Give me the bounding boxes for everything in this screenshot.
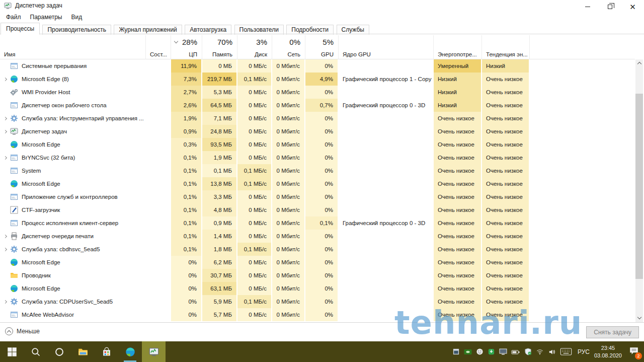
column-header-status[interactable]: Сост... [146, 35, 171, 59]
hidden-window-icon[interactable] [452, 348, 460, 355]
table-row[interactable]: Диспетчер очереди печати0,1%1,4 МБ0 МБ/с… [0, 230, 635, 243]
process-name-cell[interactable]: Служба узла: Инструментарий управления .… [0, 112, 146, 125]
taskbar-cortana-button[interactable] [47, 341, 71, 362]
table-row[interactable]: BrYNCSvc (32 бита)0,1%1,9 МБ0 МБ/с0 Мбит… [0, 151, 635, 164]
expand-chevron-icon[interactable] [0, 117, 10, 120]
tab-users[interactable]: Пользователи [234, 25, 284, 35]
process-name-cell[interactable]: Microsoft Edge [0, 256, 146, 269]
table-row[interactable]: Процесс исполнения клиент-сервер0,1%0,9 … [0, 216, 635, 230]
column-header-cpu[interactable]: 28% ЦП [171, 35, 202, 59]
end-task-button[interactable]: Снять задачу [586, 326, 639, 338]
process-name-cell[interactable]: System [0, 164, 146, 177]
process-name-cell[interactable]: Служба узла: cbdhsvc_5ead5 [0, 243, 146, 256]
column-header-power[interactable]: Энергопотре... [434, 35, 482, 59]
taskbar-store-button[interactable] [95, 341, 118, 362]
idm-icon[interactable] [488, 348, 495, 355]
menu-options[interactable]: Параметры [26, 14, 67, 21]
column-header-gpu-engine[interactable]: Ядро GPU [339, 35, 434, 59]
table-row[interactable]: Microsoft Edge0,1%13,8 МБ0,1 МБ/с0 Мбит/… [0, 177, 635, 190]
winapp-icon [10, 167, 18, 175]
process-name-cell[interactable]: Диспетчер задач [0, 125, 146, 138]
process-name-cell[interactable]: Microsoft Edge [0, 177, 146, 190]
process-name-cell[interactable]: WMI Provider Host [0, 86, 146, 99]
keyboard-icon[interactable] [560, 348, 572, 355]
table-row[interactable]: Проводник0%30,7 МБ0 МБ/с0 Мбит/с0%Очень … [0, 269, 635, 282]
process-name-cell[interactable]: Проводник [0, 269, 146, 282]
smiley-icon[interactable] [476, 348, 484, 355]
table-row[interactable]: Служба узла: CDPUserSvc_5ead50%5,9 МБ0,1… [0, 295, 635, 308]
process-name-cell[interactable]: BrYNCSvc (32 бита) [0, 151, 146, 164]
restore-button[interactable] [599, 0, 621, 13]
gear-icon [10, 298, 18, 306]
expand-chevron-icon[interactable] [0, 157, 10, 159]
column-header-network[interactable]: 0% Сеть [272, 35, 305, 59]
expand-chevron-icon[interactable] [0, 248, 10, 251]
table-row[interactable]: Microsoft Edge (8)7,3%219,7 МБ0,1 МБ/с0 … [0, 73, 635, 86]
scrollbar-thumb[interactable] [635, 94, 643, 279]
table-row[interactable]: CTF-загрузчик0,1%4,8 МБ0 МБ/с0 Мбит/с0%О… [0, 203, 635, 216]
volume-icon[interactable] [548, 348, 556, 355]
taskbar-start-button[interactable] [0, 341, 24, 362]
notification-center-icon[interactable]: 2 [629, 346, 639, 357]
minimize-button[interactable] [576, 0, 599, 13]
scroll-up-icon[interactable] [635, 59, 643, 67]
taskbar-search-button[interactable] [24, 341, 47, 362]
taskbar-task-manager-button[interactable] [142, 341, 166, 362]
expand-chevron-icon[interactable] [0, 235, 10, 238]
defender-icon[interactable] [524, 348, 532, 355]
column-header-memory[interactable]: 70% Память [202, 35, 237, 59]
clock[interactable]: 23:45 03.08.2020 [594, 344, 622, 359]
vertical-scrollbar[interactable] [635, 59, 643, 322]
column-header-disk[interactable]: 3% Диск [237, 35, 272, 59]
tab-details[interactable]: Подробности [286, 25, 334, 35]
scroll-down-icon[interactable] [635, 314, 643, 322]
table-row[interactable]: System0,1%0,1 МБ0,1 МБ/с0 Мбит/с0%Очень … [0, 164, 635, 177]
process-name-cell[interactable]: McAfee WebAdvisor [0, 308, 146, 321]
table-row[interactable]: McAfee WebAdvisor0%5,7 МБ0 МБ/с0 Мбит/с0… [0, 308, 635, 321]
tab-processes[interactable]: Процессы [1, 23, 40, 35]
cpu-cell: 0% [171, 282, 202, 295]
menu-file[interactable]: Файл [2, 14, 26, 21]
column-header-name[interactable]: Имя [0, 35, 146, 59]
process-name-cell[interactable]: CTF-загрузчик [0, 203, 146, 216]
table-row[interactable]: Системные прерывания11,9%0 МБ0 МБ/с0 Мби… [0, 59, 635, 73]
wifi-icon[interactable] [536, 348, 544, 355]
table-row[interactable]: Microsoft Edge0,3%93,5 МБ0 МБ/с0 Мбит/с0… [0, 138, 635, 151]
battery-icon[interactable] [511, 349, 520, 355]
table-row[interactable]: WMI Provider Host2,7%5,3 МБ0 МБ/с0 Мбит/… [0, 86, 635, 99]
process-name-cell[interactable]: Диспетчер окон рабочего стола [0, 99, 146, 112]
process-name-cell[interactable]: Диспетчер очереди печати [0, 230, 146, 243]
edge-icon [125, 347, 135, 357]
close-button[interactable]: ✕ [621, 0, 644, 13]
table-row[interactable]: Microsoft Edge0%63,1 МБ0 МБ/с0 Мбит/с0%О… [0, 282, 635, 295]
process-name-cell[interactable]: Служба узла: CDPUserSvc_5ead5 [0, 295, 146, 308]
process-name-cell[interactable]: Microsoft Edge [0, 282, 146, 295]
expand-chevron-icon[interactable] [0, 130, 10, 133]
process-name-cell[interactable]: Приложение служб и контроллеров [0, 190, 146, 203]
table-row[interactable]: Диспетчер задач0,9%24,8 МБ0 МБ/с0 Мбит/с… [0, 125, 635, 138]
tab-services[interactable]: Службы [337, 25, 369, 35]
tab-app-history[interactable]: Журнал приложений [114, 25, 182, 35]
process-name-cell[interactable]: Microsoft Edge (8) [0, 73, 146, 86]
language-indicator[interactable]: РУС [578, 348, 590, 355]
process-name-cell[interactable]: Microsoft Edge [0, 138, 146, 151]
table-row[interactable]: Диспетчер окон рабочего стола2,6%64,5 МБ… [0, 99, 635, 112]
table-row[interactable]: Служба узла: Инструментарий управления .… [0, 112, 635, 125]
column-header-power-trend[interactable]: Тенденция эн... [482, 35, 530, 59]
table-row[interactable]: Приложение служб и контроллеров0,1%3,3 М… [0, 190, 635, 203]
column-header-gpu[interactable]: 5% GPU [305, 35, 339, 59]
monitor-icon[interactable] [499, 348, 507, 355]
table-row[interactable]: Microsoft Edge0%6,2 МБ0 МБ/с0 Мбит/с0%Оч… [0, 256, 635, 269]
fewer-details-button[interactable]: Меньше [5, 327, 40, 335]
nvidia-icon[interactable] [464, 348, 472, 355]
tab-startup[interactable]: Автозагрузка [185, 25, 231, 35]
taskbar-explorer-button[interactable] [71, 341, 95, 362]
table-row[interactable]: Служба узла: cbdhsvc_5ead50,1%1,8 МБ0,1 … [0, 243, 635, 256]
taskbar-edge-button[interactable] [118, 341, 142, 362]
tab-performance[interactable]: Производительность [42, 25, 111, 35]
process-name-cell[interactable]: Системные прерывания [0, 59, 146, 73]
process-name-cell[interactable]: Процесс исполнения клиент-сервер [0, 216, 146, 230]
expand-chevron-icon[interactable] [0, 301, 10, 303]
menu-view[interactable]: Вид [66, 14, 87, 21]
expand-chevron-icon[interactable] [0, 78, 10, 81]
